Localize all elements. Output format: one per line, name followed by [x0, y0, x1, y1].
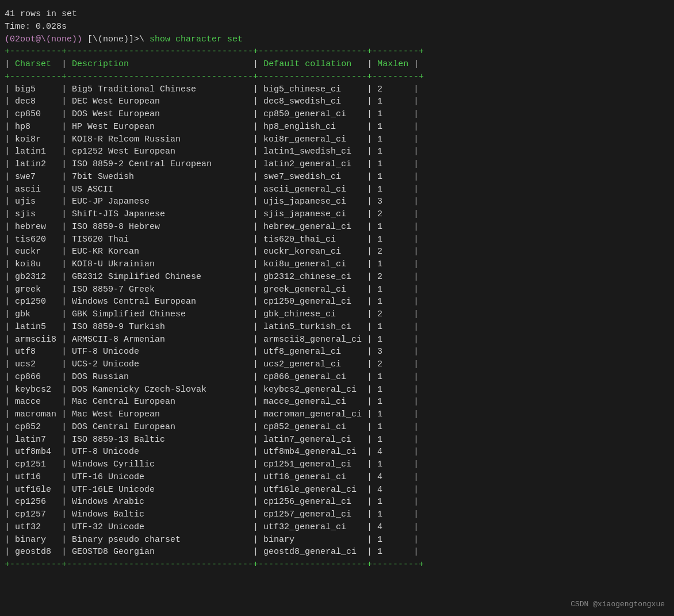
command-text: show character set [144, 35, 243, 44]
row-hebrew: | hebrew | ISO 8859-8 Hebrew | hebrew_ge… [5, 221, 669, 234]
row-latin2: | latin2 | ISO 8859-2 Central European |… [5, 158, 669, 171]
row-ascii: | ascii | US ASCII | ascii_general_ci | … [5, 183, 669, 196]
row-utf8mb4: | utf8mb4 | UTF-8 Unicode | utf8mb4_gene… [5, 446, 669, 458]
row-utf8: | utf8 | UTF-8 Unicode | utf8_general_ci… [5, 346, 669, 358]
row-ucs2: | ucs2 | UCS-2 Unicode | ucs2_general_ci… [5, 358, 669, 371]
watermark: CSDN @xiaogengtongxue [570, 599, 665, 610]
row-utf16: | utf16 | UTF-16 Unicode | utf16_general… [5, 471, 669, 484]
row-cp1256: | cp1256 | Windows Arabic | cp1256_gener… [5, 496, 669, 508]
bottom-separator: +----------+----------------------------… [5, 558, 669, 571]
row-dec8: | dec8 | DEC West European | dec8_swedis… [5, 95, 669, 108]
row-cp866: | cp866 | DOS Russian | cp866_general_ci… [5, 371, 669, 384]
row-macce: | macce | Mac Central European | macce_g… [5, 396, 669, 408]
row-big5: | big5 | Big5 Traditional Chinese | big5… [5, 83, 669, 96]
row-euckr: | euckr | EUC-KR Korean | euckr_korean_c… [5, 246, 669, 258]
row-tis620: | tis620 | TIS620 Thai | tis620_thai_ci … [5, 234, 669, 246]
row-latin1: | latin1 | cp1252 West European | latin1… [5, 146, 669, 158]
row-utf16le: | utf16le | UTF-16LE Unicode | utf16le_g… [5, 484, 669, 496]
row-binary: | binary | Binary pseudo charset | binar… [5, 534, 669, 546]
row-greek: | greek | ISO 8859-7 Greek | greek_gener… [5, 284, 669, 296]
row-macroman: | macroman | Mac West European | macroma… [5, 408, 669, 421]
row-cp1251: | cp1251 | Windows Cyrillic | cp1251_gen… [5, 458, 669, 471]
row-utf32: | utf32 | UTF-32 Unicode | utf32_general… [5, 521, 669, 534]
row-hp8: | hp8 | HP West European | hp8_english_c… [5, 121, 669, 133]
row-geostd8: | geostd8 | GEOSTD8 Georgian | geostd8_g… [5, 546, 669, 558]
row-koi8r: | koi8r | KOI8-R Relcom Russian | koi8r_… [5, 133, 669, 146]
header-separator: +----------+----------------------------… [5, 71, 669, 83]
row-cp1257: | cp1257 | Windows Baltic | cp1257_gener… [5, 508, 669, 521]
prompt-text: (02oot@\(none)) [5, 35, 82, 44]
prompt-line: (02oot@\(none)) [\(none)]>\ show charact… [5, 33, 669, 46]
row-cp852: | cp852 | DOS Central European | cp852_g… [5, 421, 669, 434]
row-sjis: | sjis | Shift-JIS Japanese | sjis_japan… [5, 208, 669, 221]
row-cp850: | cp850 | DOS West European | cp850_gene… [5, 108, 669, 121]
row-latin5: | latin5 | ISO 8859-9 Turkish | latin5_t… [5, 321, 669, 334]
terminal: 41 rows in set Time: 0.028s (02oot@\(non… [0, 5, 674, 616]
top-separator: +----------+----------------------------… [5, 45, 669, 58]
row-ujis: | ujis | EUC-JP Japanese | ujis_japanese… [5, 196, 669, 208]
row-cp1250: | cp1250 | Windows Central European | cp… [5, 296, 669, 308]
row-gb2312: | gb2312 | GB2312 Simplified Chinese | g… [5, 271, 669, 284]
row-koi8u: | koi8u | KOI8-U Ukrainian | koi8u_gener… [5, 258, 669, 271]
row-armscii8: | armscii8 | ARMSCII-8 Armenian | armsci… [5, 334, 669, 346]
column-headers: | Charset | Description | Default collat… [5, 58, 669, 71]
row-swe7: | swe7 | 7bit Swedish | swe7_swedish_ci … [5, 171, 669, 183]
row-count-line: 41 rows in set [5, 8, 669, 21]
time-line: Time: 0.028s [5, 21, 669, 33]
row-gbk: | gbk | GBK Simplified Chinese | gbk_chi… [5, 308, 669, 321]
row-latin7: | latin7 | ISO 8859-13 Baltic | latin7_g… [5, 434, 669, 446]
row-keybcs2: | keybcs2 | DOS Kamenicky Czech-Slovak |… [5, 384, 669, 396]
